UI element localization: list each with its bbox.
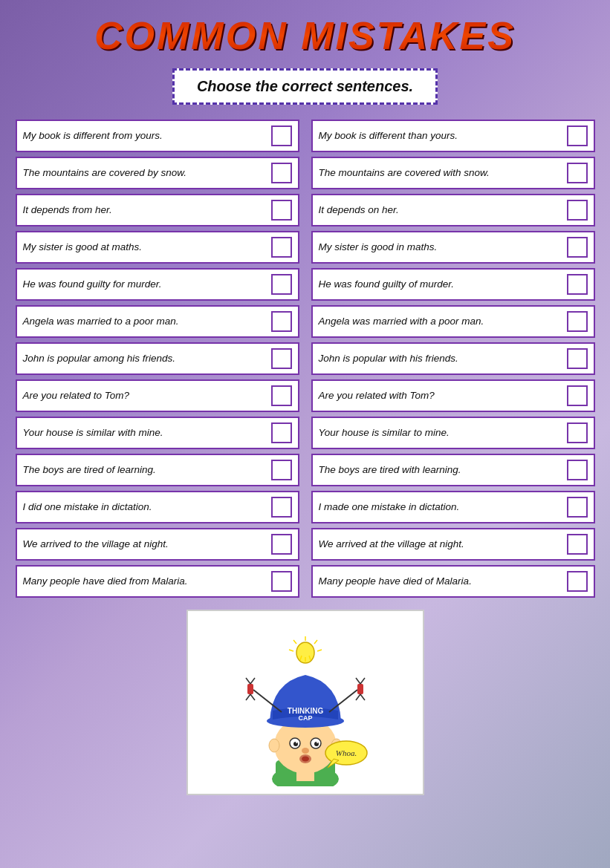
sentence-left-10: I did one mistake in dictation. [16,491,299,523]
sentence-text-left-5: Angela was married to a poor man. [23,315,267,328]
sentence-text-right-11: We arrived at the village at night. [319,538,562,551]
sentence-text-right-1: The mountains are covered with snow. [319,166,562,180]
sentence-text-left-7: Are you related to Tom? [23,389,267,402]
svg-point-13 [302,757,309,762]
sentence-left-11: We arrived to the village at night. [16,528,299,561]
svg-rect-35 [357,684,363,694]
sentence-text-right-12: Many people have died of Malaria. [319,575,562,588]
sentence-text-right-8: Your house is similar to mine. [319,426,562,440]
svg-line-25 [293,640,296,644]
sentence-right-7: Are you related with Tom? [311,379,595,412]
svg-text:Whoa.: Whoa. [335,748,356,757]
checkbox-left-0[interactable] [271,125,292,146]
sentence-right-11: We arrived at the village at night. [311,528,595,561]
svg-line-38 [356,694,360,700]
sentence-text-left-6: John is popular among his friends. [23,352,267,365]
sentence-text-right-3: My sister is good in maths. [319,241,562,254]
checkbox-left-11[interactable] [271,534,292,555]
sentence-text-left-8: Your house is similar with mine. [23,426,267,440]
checkbox-right-7[interactable] [567,385,588,406]
checkbox-right-6[interactable] [567,348,588,369]
sentence-text-right-6: John is popular with his friends. [319,352,562,365]
sentence-text-left-12: Many people have died from Malaria. [23,575,267,588]
sentence-left-2: It depends from her. [16,194,299,226]
checkbox-left-12[interactable] [271,571,292,592]
checkbox-left-9[interactable] [271,460,292,480]
sentence-text-left-0: My book is different from yours. [23,129,267,143]
checkbox-left-10[interactable] [271,497,292,518]
sentence-left-4: He was found guilty for murder. [16,268,299,301]
checkbox-left-2[interactable] [271,200,292,221]
thinking-cap-illustration: THINKING CAP Whoa. [231,623,380,786]
svg-line-24 [314,640,317,644]
sentence-right-8: Your house is similar to mine. [311,417,595,449]
sentence-text-right-10: I made one mistake in dictation. [319,500,562,514]
checkbox-right-9[interactable] [567,460,588,480]
svg-rect-29 [247,684,253,694]
svg-text:CAP: CAP [298,714,312,722]
sentence-text-right-4: He was found guilty of murder. [319,278,562,291]
checkbox-right-12[interactable] [567,571,588,592]
svg-line-27 [289,650,293,651]
sentence-text-left-1: The mountains are covered by snow. [23,166,267,180]
checkbox-right-11[interactable] [567,534,588,555]
svg-point-5 [293,742,298,746]
checkbox-right-4[interactable] [567,274,588,295]
checkbox-left-5[interactable] [271,311,292,332]
sentence-text-right-2: It depends on her. [319,203,562,217]
sentence-right-0: My book is different than yours. [311,120,595,152]
svg-point-7 [296,742,297,743]
checkbox-right-10[interactable] [567,497,588,518]
checkbox-left-1[interactable] [271,163,292,183]
sentence-right-12: Many people have died of Malaria. [311,565,595,598]
checkbox-right-0[interactable] [567,125,588,146]
sentence-right-6: John is popular with his friends. [311,342,595,375]
svg-line-33 [250,694,255,700]
sentence-text-left-9: The boys are tired of learning. [23,463,267,477]
sentence-left-0: My book is different from yours. [16,120,299,152]
sentence-left-5: Angela was married to a poor man. [16,305,299,338]
sentence-right-3: My sister is good in maths. [311,231,595,264]
checkbox-right-8[interactable] [567,422,588,443]
svg-point-9 [269,739,279,752]
checkbox-left-7[interactable] [271,385,292,406]
svg-line-39 [360,694,365,700]
svg-point-8 [317,742,318,743]
sentence-right-1: The mountains are covered with snow. [311,157,595,189]
svg-line-37 [360,678,365,684]
sentences-grid: My book is different from yours. My book… [16,120,595,598]
svg-line-30 [246,678,250,684]
sentence-left-12: Many people have died from Malaria. [16,565,299,598]
sentence-left-9: The boys are tired of learning. [16,454,299,486]
sentence-left-6: John is popular among his friends. [16,342,299,375]
sentence-text-right-5: Angela was married with a poor man. [319,315,562,328]
sentence-right-9: The boys are tired with learning. [311,454,595,486]
sentence-text-left-2: It depends from her. [23,203,267,217]
sentence-text-left-11: We arrived to the village at night. [23,538,267,551]
sentence-right-5: Angela was married with a poor man. [311,305,595,338]
checkbox-left-4[interactable] [271,274,292,295]
svg-point-6 [314,742,319,746]
checkbox-left-3[interactable] [271,237,292,258]
sentence-text-left-4: He was found guilty for murder. [23,278,267,291]
svg-line-26 [317,650,322,651]
sentence-right-4: He was found guilty of murder. [311,268,595,301]
sentence-text-left-10: I did one mistake in dictation. [23,500,267,514]
sentence-left-3: My sister is good at maths. [16,231,299,264]
sentence-text-left-3: My sister is good at maths. [23,241,267,254]
checkbox-right-5[interactable] [567,311,588,332]
checkbox-left-6[interactable] [271,348,292,369]
page-title: COMMON MISTAKES [94,13,516,58]
svg-point-11 [302,748,309,754]
checkbox-right-2[interactable] [567,200,588,221]
sentence-text-right-7: Are you related with Tom? [319,389,562,402]
checkbox-right-1[interactable] [567,163,588,183]
checkbox-right-3[interactable] [567,237,588,258]
sentence-left-8: Your house is similar with mine. [16,417,299,449]
sentence-right-2: It depends on her. [311,194,595,226]
svg-line-32 [246,694,250,700]
checkbox-left-8[interactable] [271,422,292,443]
subtitle-text: Choose the correct sentences. [197,78,413,94]
illustration-container: THINKING CAP Whoa. [186,610,424,795]
svg-line-36 [356,678,360,684]
